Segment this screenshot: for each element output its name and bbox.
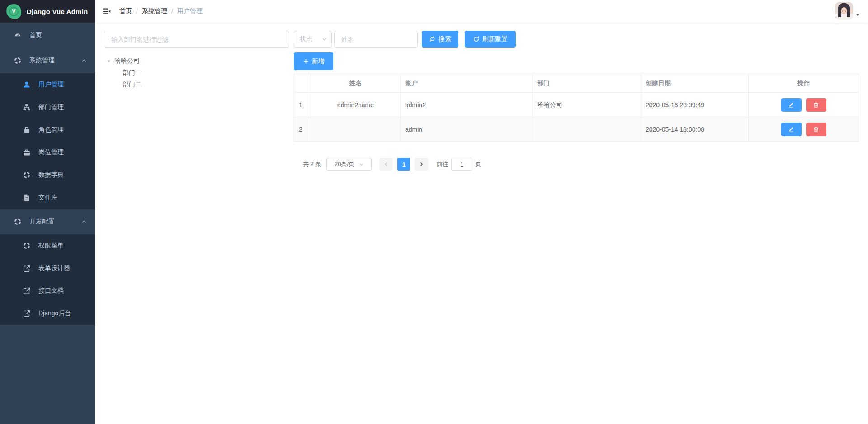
user-table: 姓名 账户 部门 创建日期 操作 1 admin2name ad [294,74,859,142]
edit-button[interactable] [781,98,802,112]
sidebar-item-permission-menu[interactable]: 权限菜单 [0,234,95,257]
user-table-container: 姓名 账户 部门 创建日期 操作 1 admin2name ad [294,74,859,142]
sidebar-item-dictionary[interactable]: 数据字典 [0,164,95,186]
pagination: 共 2 条 20条/页 1 前往 页 [303,158,859,171]
refresh-reset-button[interactable]: 刷新重置 [465,31,516,48]
pagination-total: 共 2 条 [303,160,321,168]
breadcrumb-separator: / [171,8,173,15]
cell-name [311,117,401,142]
col-header-actions: 操作 [749,74,859,93]
breadcrumb-item-current: 用户管理 [177,7,203,15]
col-header-index [294,74,311,93]
add-button-label: 新增 [312,57,325,66]
sidebar-item-label: 首页 [29,31,42,39]
user-icon [23,81,31,89]
edit-icon [788,102,794,108]
goto-label: 前往 [436,160,448,168]
app-root: V Django Vue Admin 首页 系统管理 用户管理 部门管理 [0,0,868,424]
chevron-right-icon [419,162,424,167]
tree-node-child[interactable]: 部门一 [104,67,289,79]
sidebar-item-home[interactable]: 首页 [0,23,95,48]
cell-name: admin2name [311,93,401,117]
filter-toolbar: 状态 搜索 刷新重置 [294,31,859,48]
cell-department: 哈哈公司 [533,93,641,117]
add-button[interactable]: 新增 [294,52,333,70]
sidebar-item-label: 角色管理 [38,126,64,134]
status-select-placeholder: 状态 [300,35,312,43]
caret-down-icon[interactable] [107,59,111,63]
cell-account: admin2 [401,93,533,117]
sidebar-item-form-designer[interactable]: 表单设计器 [0,257,95,280]
sidebar-item-departments[interactable]: 部门管理 [0,96,95,119]
sidebar: V Django Vue Admin 首页 系统管理 用户管理 部门管理 [0,0,95,424]
breadcrumb-item-home[interactable]: 首页 [119,7,132,15]
sidebar-section-dev-config[interactable]: 开发配置 [0,209,95,234]
caret-down-icon [855,13,860,17]
col-header-name: 姓名 [311,74,401,93]
table-row: 2 admin 2020-05-14 18:00:08 [294,117,859,142]
name-filter-input[interactable] [334,31,418,48]
col-header-account: 账户 [401,74,533,93]
goto-suffix: 页 [475,160,481,168]
goto-page-input[interactable] [451,158,472,171]
trash-icon [813,126,819,133]
delete-button[interactable] [806,98,826,112]
sidebar-item-label: 数据字典 [38,171,64,179]
sidebar-item-label: 表单设计器 [38,264,70,272]
search-button[interactable]: 搜索 [422,31,458,48]
sidebar-item-django-admin[interactable]: Django后台 [0,302,95,325]
sidebar-item-files[interactable]: 文件库 [0,186,95,209]
chevron-up-icon [81,219,87,224]
next-page-button[interactable] [415,158,428,171]
col-header-created: 创建日期 [641,74,749,93]
refresh-icon [473,36,480,43]
delete-button[interactable] [806,123,826,136]
tree-node-label: 部门二 [123,81,142,89]
sidebar-item-posts[interactable]: 岗位管理 [0,141,95,164]
refresh-reset-button-label: 刷新重置 [482,35,508,43]
sidebar-item-label: 岗位管理 [38,148,64,157]
tree-node-child[interactable]: 部门二 [104,79,289,91]
tree-node-label: 哈哈公司 [114,57,140,65]
trash-icon [813,102,819,108]
search-button-label: 搜索 [439,35,451,43]
app-title: Django Vue Admin [27,8,88,15]
cell-actions [749,117,859,142]
sidebar-item-users[interactable]: 用户管理 [0,73,95,96]
sidebar-section-system[interactable]: 系统管理 [0,48,95,73]
breadcrumb: 首页 / 系统管理 / 用户管理 [119,7,203,15]
search-icon [429,36,436,43]
avatar[interactable] [835,2,853,20]
chevron-up-icon [81,58,87,63]
breadcrumb-item-system[interactable]: 系统管理 [142,7,167,15]
prev-page-button[interactable] [379,158,393,171]
page-content: 哈哈公司 部门一 部门二 状态 [95,23,868,424]
sidebar-item-label: 用户管理 [38,81,64,89]
page-number-button[interactable]: 1 [397,158,410,171]
pagination-goto: 前往 页 [436,158,481,171]
sidebar-item-roles[interactable]: 角色管理 [0,119,95,141]
page-size-select[interactable]: 20条/页 [326,158,372,171]
status-select[interactable]: 状态 [294,31,332,48]
sidebar-logo[interactable]: V Django Vue Admin [0,0,95,23]
cell-created: 2020-05-14 18:00:08 [641,117,749,142]
tree-node-root[interactable]: 哈哈公司 [104,55,289,67]
briefcase-icon [23,148,31,157]
edit-button[interactable] [781,123,802,136]
sidebar-toggle-icon[interactable] [102,7,111,16]
sidebar-item-label: Django后台 [38,310,71,318]
gauge-icon [14,31,22,39]
user-menu[interactable] [835,2,860,21]
user-list-panel: 状态 搜索 刷新重置 新增 [294,31,859,424]
cell-index: 2 [294,117,311,142]
cell-department [533,117,641,142]
department-filter-input[interactable] [104,31,289,48]
external-link-icon [23,264,31,272]
chevron-down-icon [322,37,327,42]
tree-node-label: 部门一 [123,69,142,77]
sidebar-item-label: 部门管理 [38,103,64,111]
sidebar-item-api-docs[interactable]: 接口文档 [0,280,95,302]
component-icon [23,171,31,179]
cell-index: 1 [294,93,311,117]
external-link-icon [23,310,31,318]
